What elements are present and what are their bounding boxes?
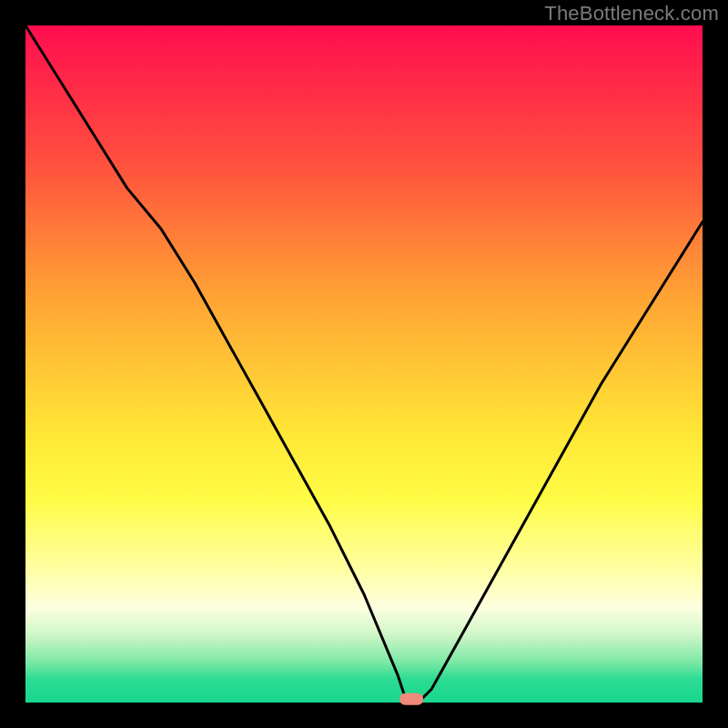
watermark-text: TheBottleneck.com bbox=[544, 2, 719, 25]
optimum-marker bbox=[399, 693, 423, 705]
bottleneck-chart bbox=[0, 0, 728, 728]
plot-background bbox=[25, 25, 703, 703]
chart-container: { "watermark": "TheBottleneck.com", "col… bbox=[0, 0, 728, 728]
